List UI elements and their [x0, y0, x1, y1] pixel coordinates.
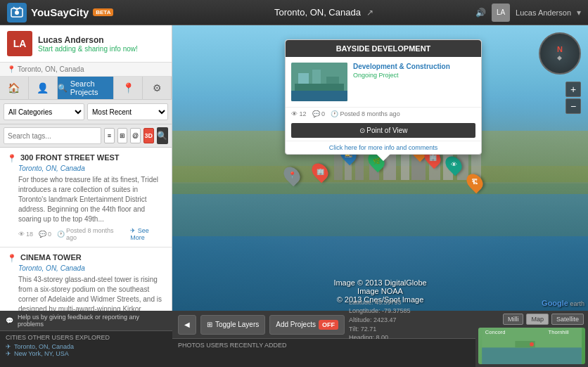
popup-category: Development & Construction [353, 63, 475, 70]
tab-settings[interactable]: ⚙ [143, 77, 172, 99]
sort-filter[interactable]: Most Recent [87, 103, 168, 120]
svg-text:Thornhill: Thornhill [549, 329, 569, 335]
bottom-left-panel: 💬 Help us by giving feedback or reportin… [0, 311, 172, 367]
back-button[interactable]: ◀ [178, 315, 196, 335]
zoom-controls: + − [565, 82, 581, 114]
city-item[interactable]: ✈ New York, NY, USA [6, 350, 167, 357]
mini-map[interactable]: Concord Thornhill [478, 328, 585, 364]
svg-point-1 [15, 11, 19, 15]
user-location: 📍 Toronto, ON, Canada [0, 63, 172, 77]
header-right: 🔊 LA Lucas Anderson ▾ [475, 4, 588, 22]
bayside-popup: BAYSIDE DEVELOPMENT Development & Constr… [285, 39, 482, 155]
see-more-link[interactable]: ✈ See More [130, 227, 165, 241]
project-title: 300 FRONT STREET WEST [20, 153, 120, 162]
project-title-row: 📍 300 FRONT STREET WEST [7, 153, 165, 163]
project-pin-icon: 📍 [7, 254, 17, 263]
satellite-btn[interactable]: Satellite [551, 314, 584, 325]
header-user-name: Lucas Anderson [516, 8, 571, 17]
bottom-bar: 💬 Help us by giving feedback or reportin… [0, 311, 588, 367]
compass[interactable]: N ◆ [539, 32, 581, 75]
map-controls-row: ◀ ⊞ Toggle Layers Add Projects OFF Latit… [172, 311, 475, 339]
header-location: Toronto, ON, Canada [274, 7, 361, 18]
feedback-icon: 💬 [6, 317, 13, 324]
filter-row: All Categories Most Recent [0, 100, 172, 124]
app-name: YouSayCity [31, 6, 89, 18]
popup-pov-button[interactable]: ⊙ Point of View [291, 123, 475, 138]
header: YouSayCity BETA Toronto, ON, Canada ↗ 🔊 … [0, 0, 588, 25]
svg-rect-18 [298, 73, 309, 84]
lon-display: Longtitude: -79.37585 [349, 307, 411, 316]
tab-pin[interactable]: 📍 [114, 77, 143, 99]
water-area [172, 182, 588, 311]
feedback-bar[interactable]: 💬 Help us by giving feedback or reportin… [0, 311, 172, 331]
tab-home[interactable]: 🏠 [0, 77, 29, 99]
zoom-in-btn[interactable]: + [565, 82, 581, 97]
header-user-dropdown-icon[interactable]: ▾ [577, 8, 581, 18]
tab-search-projects[interactable]: 🔍 Search Projects [58, 77, 115, 99]
search-tab-label: Search Projects [70, 79, 114, 96]
popup-posted: 🕐 Posted 8 months ago [331, 110, 400, 117]
category-filter[interactable]: All Categories [4, 103, 84, 120]
photos-title: PHOTOS USERS RECENTLY ADDED [178, 342, 470, 349]
project-posted: 🕐 Posted 8 months ago [57, 227, 124, 241]
compass-north: N [557, 45, 563, 54]
svg-text:Concord: Concord [485, 329, 506, 335]
city-item[interactable]: ✈ Toronto, ON, Canada [6, 343, 167, 350]
map-area[interactable]: 🏢 🚉 🌿 🏢 🏗 🏢 👁 🏛 📍 🏗 🏊 BAYSIDE DEVELOPMEN… [172, 25, 588, 311]
beta-badge: BETA [93, 8, 113, 16]
city-pin-icon: ✈ [6, 343, 11, 350]
popup-status: Ongoing Project [353, 72, 475, 79]
search-button[interactable]: 🔍 [157, 127, 168, 144]
svg-rect-19 [312, 70, 321, 84]
map-view-btn[interactable]: @ [130, 128, 141, 143]
project-meta: 👁 18 💬 0 🕐 Posted 8 months ago ✈ See Mor… [18, 227, 165, 241]
feedback-text: Help us by giving feedback or reporting … [18, 314, 167, 328]
map-pin-gray-1[interactable]: 📍 [285, 166, 299, 184]
add-projects-button[interactable]: Add Projects OFF [269, 315, 345, 335]
zoom-out-btn[interactable]: − [565, 98, 581, 114]
project-description: For those who treasure life at its fines… [18, 175, 165, 224]
map-pin-red-1[interactable]: 🏢 [313, 162, 327, 181]
tilt-display: Tilt: 72.71 [349, 325, 411, 334]
search-row: ≡ ⊞ @ 3D 🔍 [0, 124, 172, 148]
city-name: Toronto, ON, Canada [14, 343, 74, 350]
map-type-row: Milli Map Satellite [475, 311, 588, 328]
map-pin-teal-1[interactable]: 👁 [447, 155, 461, 174]
toggle-layers-button[interactable]: ⊞ Toggle Layers [200, 315, 265, 335]
project-item[interactable]: 📍 300 FRONT STREET WEST Toronto, ON, Can… [0, 148, 172, 247]
header-center: Toronto, ON, Canada ↗ [172, 7, 475, 18]
search-tags-input[interactable] [4, 127, 101, 144]
city-pin-icon: ✈ [6, 350, 11, 357]
altitude-display: Altitude: 2423.47 [349, 316, 411, 325]
user-info: Lucas Anderson Start adding & sharing in… [38, 35, 165, 53]
popup-more-link[interactable]: Click here for more info and comments [286, 141, 481, 154]
project-views: 👁 18 [18, 231, 33, 238]
project-comments: 💬 0 [39, 231, 51, 238]
map-pin-orange-2[interactable]: 🏗 [468, 173, 482, 191]
city-name: New York, NY, USA [14, 350, 69, 357]
project-location: Toronto, ON, Canada [18, 264, 165, 272]
popup-thumbnail [291, 63, 347, 101]
project-title: CINEMA TOWER [20, 253, 82, 262]
bottom-right-panel: Milli Map Satellite Concord Thornhill [475, 311, 588, 367]
tab-people[interactable]: 👤 [29, 77, 58, 99]
popup-title: BAYSIDE DEVELOPMENT [286, 40, 481, 57]
project-pin-icon: 📍 [7, 154, 17, 163]
3d-view-btn[interactable]: 3D [143, 128, 154, 143]
bottom-center-panel: ◀ ⊞ Toggle Layers Add Projects OFF Latit… [172, 311, 475, 367]
map-btn[interactable]: Map [526, 314, 549, 325]
sound-icon[interactable]: 🔊 [475, 8, 486, 18]
sidebar-user-section: LA Lucas Anderson Start adding & sharing… [0, 25, 172, 63]
popup-content: Development & Construction Ongoing Proje… [286, 57, 481, 107]
add-projects-label: Add Projects [276, 321, 316, 328]
milli-btn[interactable]: Milli [503, 314, 524, 325]
grid-view-btn[interactable]: ⊞ [117, 128, 128, 143]
photos-section: PHOTOS USERS RECENTLY ADDED [172, 339, 475, 367]
svg-rect-21 [291, 91, 347, 101]
project-title-row: 📍 CINEMA TOWER [7, 253, 165, 263]
share-icon[interactable]: ↗ [366, 8, 373, 18]
logo-icon [7, 3, 27, 22]
list-view-btn[interactable]: ≡ [104, 128, 115, 143]
toggle-layers-label: Toggle Layers [215, 321, 259, 328]
popup-views: 👁 12 [291, 110, 307, 117]
